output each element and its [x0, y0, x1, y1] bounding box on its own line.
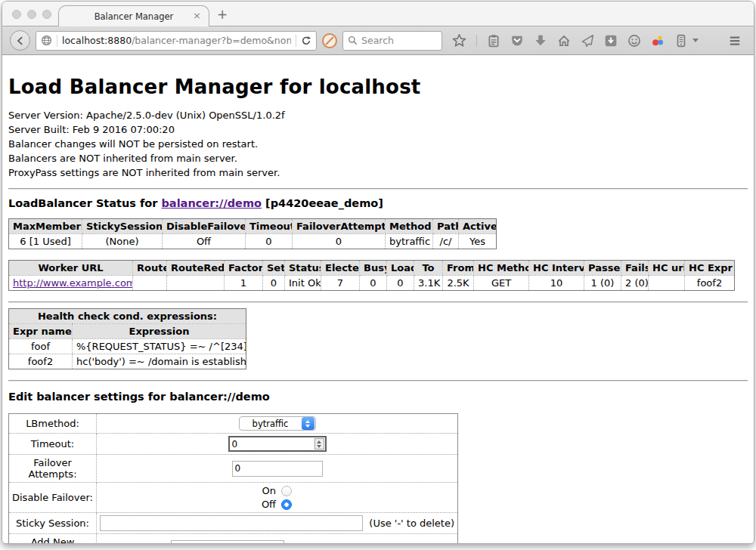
save-to-device-icon[interactable] [604, 34, 618, 48]
column-header: Timeout [246, 219, 293, 234]
server-version: Server Version: Apache/2.5.0-dev (Unix) … [8, 108, 748, 122]
reload-icon[interactable] [301, 36, 311, 46]
cell-disablefailover: Off [163, 234, 246, 249]
downloads-icon[interactable] [534, 34, 547, 48]
pocket-icon[interactable] [510, 34, 524, 48]
timeout-label: Timeout: [9, 434, 97, 455]
dropdown-caret-icon[interactable] [692, 39, 699, 42]
tab-title: Balancer Manager [94, 11, 174, 22]
sticky-session-input[interactable] [100, 515, 363, 531]
column-header: HC Interval [529, 261, 584, 276]
cell-hc-method: GET [474, 276, 529, 291]
divider [8, 380, 748, 382]
url-path: /balancer-manager?b=demo&nonce=decc37be-… [132, 35, 291, 46]
url-domain: localhost:8880 [62, 35, 132, 46]
minimize-window-button[interactable] [27, 10, 36, 19]
search-bar[interactable]: Search [342, 31, 442, 51]
table-row: foof2 hc('body') =~ /domain is establish… [9, 354, 246, 369]
reading-list-icon[interactable] [487, 34, 500, 48]
column-header: Expr name [9, 324, 73, 339]
timeout-value: 0 [230, 439, 314, 450]
status-heading-prefix: LoadBalancer Status for [8, 197, 161, 209]
edit-balancer-form: LBmethod: bytraffic Timeout: 0 [8, 413, 458, 543]
device-battery-icon[interactable] [674, 34, 688, 48]
column-header: Route [133, 261, 167, 276]
new-tab-button[interactable]: + [217, 7, 228, 22]
number-spinner-icon[interactable] [314, 438, 324, 450]
cell-maxmembers: 6 [1 Used] [9, 234, 82, 249]
disable-failover-radios: On Off [100, 485, 454, 510]
toolbar-separator [476, 35, 477, 47]
radio-off[interactable] [281, 499, 292, 510]
cell-route [133, 276, 167, 291]
page-title: Load Balancer Manager for localhost [8, 55, 748, 98]
balancer-summary-table: MaxMembers StickySession DisableFailover… [8, 218, 497, 249]
cell-expr-name: foof [9, 339, 73, 354]
column-header: Load [387, 261, 414, 276]
send-plane-icon[interactable] [581, 34, 594, 48]
menu-hamburger-icon[interactable] [727, 34, 742, 48]
cell-factor: 1 [225, 276, 263, 291]
are-you-sure-checkbox[interactable] [373, 543, 383, 544]
zoom-window-button[interactable] [42, 10, 51, 19]
cell-expr-name: foof2 [9, 354, 73, 369]
column-header: MaxMembers [9, 219, 82, 234]
failover-attempts-value: 0 [233, 463, 241, 474]
radio-on[interactable] [281, 486, 292, 496]
table-row: 6 [1 Used] (None) Off 0 0 bytraffic /c/ … [9, 234, 497, 249]
tab-close-icon[interactable]: × [193, 10, 201, 22]
bookmark-star-icon[interactable] [452, 33, 466, 48]
close-window-button[interactable] [12, 10, 21, 19]
add-worker-label: Add New Worker: [9, 534, 97, 544]
select-stepper-icon [302, 417, 314, 430]
lbmethod-selected-value: bytraffic [240, 419, 302, 429]
lbmethod-select[interactable]: bytraffic [239, 416, 316, 431]
health-check-table-title: Health check cond. expressions: [9, 309, 246, 324]
column-header: DisableFailover [163, 219, 246, 234]
notice-persist: Balancer changes will NOT be persisted o… [8, 137, 748, 151]
column-header: StickySession [82, 219, 163, 234]
column-header: HC Expr [685, 261, 735, 276]
cell-elected: 7 [321, 276, 360, 291]
cell-hc-expr: foof2 [685, 276, 735, 291]
divider [8, 188, 748, 190]
are-you-sure-label: Are you sure? [295, 542, 362, 544]
cell-active: Yes [459, 234, 497, 249]
cell-busy: 0 [360, 276, 387, 291]
failover-attempts-input[interactable]: 0 [232, 461, 323, 477]
timeout-input[interactable]: 0 [228, 436, 327, 452]
tab-balancer-manager[interactable]: Balancer Manager × [58, 5, 209, 26]
worker-url-link[interactable]: http://www.example.com/ [13, 277, 133, 289]
urlbar-separator2 [296, 35, 296, 47]
cell-passes: 1 (0) [584, 276, 621, 291]
notice-inherit: Balancers are NOT inherited from main se… [8, 151, 748, 165]
back-button[interactable] [10, 30, 30, 51]
column-header: Status [285, 261, 321, 276]
url-bar[interactable]: localhost:8880/balancer-manager?b=demo&n… [36, 31, 317, 51]
add-worker-input[interactable] [171, 540, 284, 544]
cell-set: 0 [263, 276, 285, 291]
urlbar-separator [57, 35, 57, 47]
url-text: localhost:8880/balancer-manager?b=demo&n… [62, 35, 291, 46]
failover-attempts-label: Failover Attempts: [9, 455, 97, 483]
back-arrow-icon [15, 36, 26, 46]
balancer-demo-link[interactable]: balancer://demo [161, 197, 262, 209]
lbmethod-label: LBmethod: [9, 414, 97, 434]
column-header: Path [433, 219, 459, 234]
titlebar: Balancer Manager × + [2, 2, 754, 26]
column-header: To [414, 261, 443, 276]
cell-expression: %{REQUEST_STATUS} =~ /^[234]/ [73, 339, 246, 354]
browser-window: Balancer Manager × + localhost:8880/bala… [2, 1, 754, 544]
content-blocked-icon[interactable] [322, 33, 337, 48]
globe-icon [41, 35, 52, 46]
sticky-session-note: (Use '-' to delete) [369, 518, 454, 529]
radio-on-label: On [262, 485, 276, 496]
column-header: Fails [621, 261, 649, 276]
cell-expression: hc('body') =~ /domain is established/ [73, 354, 246, 369]
hello-smiley-icon[interactable] [627, 34, 641, 48]
divider [8, 301, 748, 303]
home-icon[interactable] [557, 34, 571, 48]
cell-from: 2.5K [443, 276, 474, 291]
cell-hc-interval: 10 [529, 276, 584, 291]
palette-icon[interactable] [651, 34, 665, 48]
